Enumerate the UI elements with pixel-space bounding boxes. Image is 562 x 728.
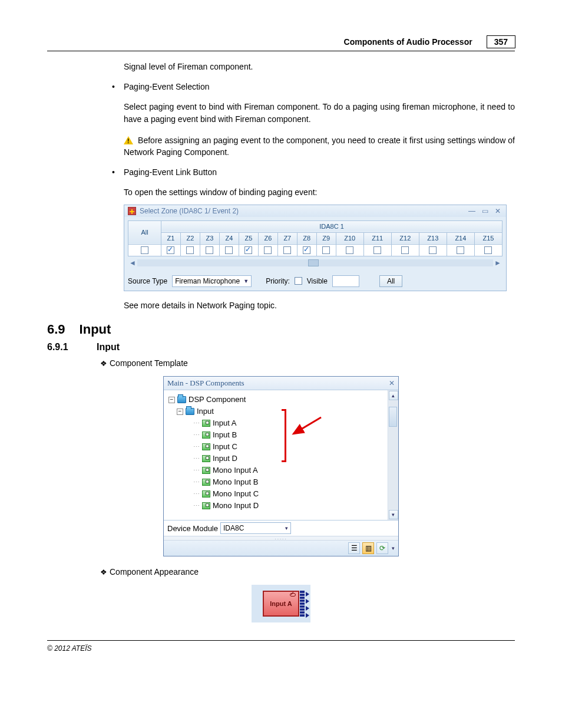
bullet-dot-icon: • [112,82,119,91]
checkbox-z14[interactable] [457,246,464,254]
source-type-combo[interactable]: Fireman Microphone ▼ [172,275,252,287]
dsp-vscrollbar[interactable]: ▴ ▾ [388,390,398,520]
checkbox-all[interactable] [141,246,148,254]
checkbox-z2[interactable] [186,246,194,254]
col-z6[interactable]: Z6 [258,232,277,244]
checkbox-z5[interactable] [244,246,252,254]
chevron-down-icon[interactable]: ▾ [392,545,395,551]
tree-item-mono-b[interactable]: ⋯ Mono Input B [168,476,385,488]
col-z1[interactable]: Z1 [161,232,181,244]
col-z8[interactable]: Z8 [297,232,316,244]
visible-checkbox[interactable] [295,277,302,285]
component-icon [202,420,210,427]
scroll-down-icon[interactable]: ▾ [389,510,398,519]
col-z10[interactable]: Z10 [336,232,363,244]
col-z3[interactable]: Z3 [200,232,219,244]
input-a-label: Input A [270,600,292,607]
diamond-icon: ❖ [100,359,107,368]
tree-item-input-b[interactable]: ⋯ Input B [168,429,385,441]
col-z14[interactable]: Z14 [447,232,474,244]
priority-label: Priority: [266,277,290,285]
resize-grip[interactable]: ····· [164,536,398,541]
col-z15[interactable]: Z15 [474,232,502,244]
checkbox-z6[interactable] [264,246,272,254]
checkbox-z1[interactable] [167,246,174,254]
tree-item-input-c[interactable]: ⋯ Input C [168,441,385,453]
scroll-thumb[interactable] [389,407,397,427]
checkbox-z13[interactable] [429,246,437,254]
dsp-titlebar[interactable]: Main - DSP Components ✕ [164,377,398,390]
tree-root-label: DSP Component [189,394,246,406]
checkbox-z15[interactable] [484,246,492,254]
red-arrow-annotation [289,416,324,440]
checkbox-z4[interactable] [225,246,233,254]
scroll-thumb[interactable] [308,259,319,266]
app-icon [128,207,136,215]
zone-grid: All IDA8C 1 Z1 Z2 Z3 Z4 Z5 Z6 Z7 Z8 Z9 Z… [128,220,503,256]
refresh-icon[interactable]: ⟳ [376,542,388,554]
list-view-icon[interactable]: ☰ [348,542,360,554]
scroll-track[interactable] [137,259,493,266]
group-header: IDA8C 1 [161,220,503,232]
col-z12[interactable]: Z12 [391,232,419,244]
col-z2[interactable]: Z2 [180,232,200,244]
footer-copyright: © 2012 ATEÏS [47,640,515,653]
scroll-track[interactable] [389,401,398,509]
col-z5[interactable]: Z5 [239,232,258,244]
priority-input[interactable] [332,275,359,287]
close-icon[interactable]: ✕ [493,207,503,215]
maximize-icon[interactable]: ▭ [480,207,490,215]
scroll-right-icon[interactable]: ► [493,259,503,267]
warning-icon [124,136,133,144]
red-bracket-annotation [282,409,286,462]
page-number: 357 [487,35,515,48]
bullet1-p1: Select paging event to bind with Fireman… [124,101,515,125]
col-z4[interactable]: Z4 [219,232,239,244]
section-6-9: 6.9 Input [47,322,515,337]
folder-icon [177,396,186,403]
chevron-down-icon: ▼ [243,278,249,284]
col-z13[interactable]: Z13 [419,232,447,244]
close-icon[interactable]: ✕ [389,379,395,388]
tree-input-folder[interactable]: − Input [168,406,385,417]
col-z9[interactable]: Z9 [316,232,336,244]
column-view-icon[interactable]: ▥ [362,542,374,554]
dsp-tree[interactable]: − DSP Component − Input ⋯ Input A ⋯ [164,390,388,520]
tree-item-input-d[interactable]: ⋯ Input D [168,453,385,465]
tree-item-input-a[interactable]: ⋯ Input A [168,417,385,429]
checkbox-z3[interactable] [206,246,213,254]
col-z11[interactable]: Z11 [363,232,391,244]
checkbox-z7[interactable] [283,246,291,254]
tree-item-mono-a[interactable]: ⋯ Mono Input A [168,465,385,476]
dsp-window: Main - DSP Components ✕ − DSP Component … [163,376,399,556]
zone-header-row: Z1 Z2 Z3 Z4 Z5 Z6 Z7 Z8 Z9 Z10 Z11 Z12 Z… [128,232,503,244]
dsp-title-text: Main - DSP Components [167,378,244,388]
checkbox-z12[interactable] [401,246,409,254]
page-header: Components of Audio Processor 357 [47,35,515,51]
bullet2-p1: To open the settings window of binding p… [124,186,515,198]
input-a-block[interactable]: Input A [263,591,299,617]
col-z7[interactable]: Z7 [277,232,297,244]
collapse-icon[interactable]: − [177,409,183,415]
zone-hscrollbar[interactable]: ◄ ► [128,258,503,268]
tree-line-icon: ⋯ [193,476,199,488]
checkbox-z10[interactable] [346,246,353,254]
tree-item-mono-c[interactable]: ⋯ Mono Input C [168,488,385,500]
checkbox-z9[interactable] [322,246,330,254]
select-zone-title: Select Zone (IDA8C 1/ Event 2) [140,207,464,215]
bullet1-warn-para: Before assigning an paging event to the … [124,134,515,159]
scroll-left-icon[interactable]: ◄ [128,259,137,267]
scroll-up-icon[interactable]: ▴ [389,391,398,400]
select-zone-titlebar[interactable]: Select Zone (IDA8C 1/ Event 2) — ▭ ✕ [124,205,506,217]
device-module-combo[interactable]: IDA8C ▾ [220,522,291,534]
all-button[interactable]: All [379,275,402,287]
device-module-row: Device Module IDA8C ▾ [164,520,398,536]
checkbox-z11[interactable] [373,246,381,254]
minimize-icon[interactable]: — [467,207,477,215]
col-all[interactable]: All [128,220,161,244]
checkbox-z8[interactable] [303,246,310,254]
component-icon [202,479,210,486]
collapse-icon[interactable]: − [168,397,175,403]
tree-root[interactable]: − DSP Component [168,394,385,406]
tree-item-mono-d[interactable]: ⋯ Mono Input D [168,500,385,512]
